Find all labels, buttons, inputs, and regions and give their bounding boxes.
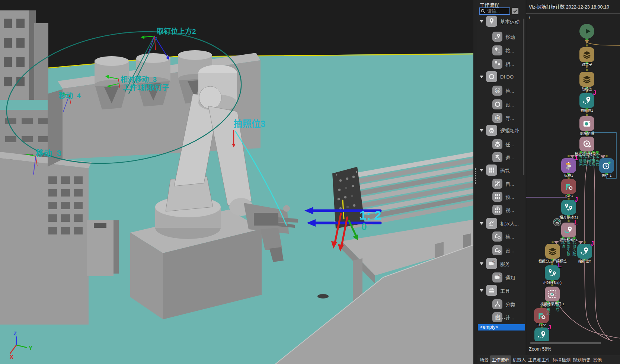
splitter-grip-icon[interactable] <box>497 318 505 319</box>
message-badge-icon <box>486 258 497 269</box>
sidebar-item-vision-pallet[interactable]: 视... <box>477 204 526 215</box>
joint-badge: J <box>591 240 594 247</box>
layers-icon <box>548 246 557 256</box>
robot-icon <box>486 218 497 229</box>
waypoint-label-relative-move-3[interactable]: 相对移动_3 <box>121 75 157 83</box>
node-pick-nail[interactable]: 取钉子 <box>579 47 594 62</box>
sidebar-group-label: DI DO <box>500 74 514 80</box>
search-box[interactable] <box>479 7 510 15</box>
di-gauge-icon <box>492 86 502 96</box>
sidebar-item-task[interactable]: 任... <box>477 138 526 150</box>
sidebar-item-do-set[interactable]: 设... <box>477 99 526 110</box>
waypoint-label-move-4[interactable]: 移动_4 <box>59 92 81 100</box>
sidebar-item-counter[interactable]: 计... <box>477 312 526 323</box>
sidebar-item-classify[interactable]: 分类 <box>477 298 526 310</box>
sidebar-item-custom-pallet[interactable]: 自... <box>477 178 526 189</box>
sidebar-item-label: 自... <box>505 180 514 187</box>
ratio-annotation: 1: 2 <box>359 208 381 222</box>
node-tag-1[interactable]: 1标签1 <box>561 158 576 173</box>
loop-badge-icon[interactable]: DI <box>553 218 562 227</box>
sidebar-group-label: 逻辑拓扑 <box>500 127 520 134</box>
clock-plus-icon <box>602 161 611 170</box>
node-move-j[interactable]: J <box>534 328 549 342</box>
breadcrumb[interactable]: / <box>529 15 530 20</box>
gripper-gear-icon <box>564 182 573 191</box>
waypoint-label-above-pick[interactable]: 取钉位上方2 <box>157 27 196 35</box>
node-relative-move-1[interactable]: J相对移动(1) <box>561 200 576 215</box>
workflow-graph-panel[interactable]: Viz-钢筋打标计数 2022-12-23 18:00:10 / 取钉子 取标签… <box>526 0 620 364</box>
3d-viewport[interactable]: Z Y X 取钉位上方2 相对移动_3 工件1抓取钉子 移动_4 拍照位3 移动… <box>0 0 473 364</box>
graph-footer: Zoom 58% <box>526 341 620 355</box>
message-badge-icon <box>492 272 502 282</box>
edge-label: 无点云 <box>595 154 599 166</box>
tab-workflow[interactable]: 工作流程 <box>490 355 511 364</box>
sidebar-group-label: 工具 <box>500 287 510 294</box>
node-vision-move-1[interactable]: L视觉移动_1 <box>561 223 576 237</box>
sidebar-item-exit[interactable]: 退... <box>477 151 526 163</box>
tab-other[interactable]: 其他 <box>592 355 603 364</box>
filter-checkbox[interactable] <box>512 8 518 14</box>
sidebar-group-di-do[interactable]: DI DO <box>477 71 526 82</box>
edge-label: 未完成 <box>587 154 591 166</box>
tab-planning-history[interactable]: 规划历史 <box>572 355 591 364</box>
node-wait-1[interactable]: 等待 1 <box>599 158 614 173</box>
check-icon <box>512 8 518 14</box>
node-relative-move-2[interactable]: L相对移动(2) <box>545 265 560 280</box>
node-label: 视觉结果用尽 1 <box>540 301 565 306</box>
node-branch-weld-tag[interactable]: 根据分支焊接标签 <box>545 244 560 259</box>
tab-collision-detection[interactable]: 碰撞检测 <box>552 355 571 364</box>
sidebar-group-tools[interactable]: 工具 <box>477 285 526 296</box>
waypoint-label-move-3[interactable]: 移动_3 <box>36 149 61 158</box>
edge-label: 规划失败 <box>566 240 571 256</box>
tab-scene[interactable]: 场景 <box>479 355 489 364</box>
node-photo-pos-2[interactable]: J拍照位2 <box>577 244 592 259</box>
divider-grip-icon[interactable] <box>475 168 476 184</box>
sidebar-item-di-check[interactable]: 检... <box>477 85 526 96</box>
sidebar-item-array-move[interactable]: 按... <box>477 45 526 56</box>
chevron-down-icon[interactable] <box>480 222 483 225</box>
do-ring-icon <box>492 99 502 109</box>
tab-robot[interactable]: 机器人 <box>512 355 527 364</box>
relative-pins-icon <box>564 202 573 212</box>
sidebar-item-preset-pallet[interactable]: 预... <box>477 191 526 202</box>
sidebar-item-robot-config[interactable]: 设... <box>477 245 526 256</box>
tree-scrollbar[interactable] <box>523 19 524 175</box>
horizontal-scrollbar[interactable] <box>530 342 601 344</box>
node-photo-pos-1[interactable]: J拍照位1 <box>579 93 594 108</box>
sidebar-item-di-wait[interactable]: 等... <box>477 112 526 123</box>
chevron-down-icon[interactable] <box>480 76 483 78</box>
node-start[interactable] <box>579 24 594 39</box>
sidebar-item-move[interactable]: 移动 <box>477 31 526 42</box>
sidebar-item-notify[interactable]: 通知 <box>477 272 526 283</box>
tab-tools-workpieces[interactable]: 工具和工件 <box>527 355 551 364</box>
node-label: 相对移动(2) <box>543 280 562 285</box>
sidebar-item-robot-check[interactable]: 检... <box>477 231 526 242</box>
sidebar-group-basic-motion[interactable]: 基本运动 <box>477 16 526 27</box>
edge-label: 未用尽 <box>546 304 550 316</box>
node-tcp-1[interactable]: TCP1 <box>561 179 576 194</box>
chevron-down-icon[interactable] <box>480 289 483 292</box>
location-pin-icon <box>486 16 497 27</box>
chevron-down-icon[interactable] <box>480 169 483 172</box>
search-input[interactable] <box>486 8 510 15</box>
chevron-down-icon[interactable] <box>480 20 483 23</box>
edge-label: 无结果 <box>583 154 587 166</box>
waypoint-label-grab-nail[interactable]: 工件1抓取钉子 <box>123 83 169 92</box>
node-check-vision-result[interactable]: 检查视觉结果 1 <box>579 137 594 151</box>
sidebar-group-palletizing[interactable]: 码垛 <box>477 165 526 176</box>
node-pick-tag[interactable]: 取标签 <box>579 72 594 87</box>
node-rebar-photo[interactable]: 钢筋拍照 <box>579 116 594 131</box>
gripper-gear-icon <box>537 311 546 320</box>
sidebar-group-service[interactable]: 服务 <box>477 258 526 269</box>
bottom-tab-bar: 场景 工作流程 机器人 工具和工件 碰撞检测 规划历史 其他 <box>477 355 620 364</box>
sidebar-group-logic-topology[interactable]: 逻辑拓扑 <box>477 125 526 136</box>
waypoint-label-photo-pos-3[interactable]: 拍照位3 <box>234 119 265 129</box>
pallet-pencil-icon <box>492 179 502 189</box>
header-divider <box>526 13 620 14</box>
chevron-down-icon[interactable] <box>480 129 483 132</box>
chevron-down-icon[interactable] <box>480 262 483 265</box>
sidebar-item-relative-move[interactable]: 相... <box>477 58 526 69</box>
layers-exit-icon <box>492 152 502 162</box>
sidebar-group-robot[interactable]: 机器人... <box>477 218 526 229</box>
node-vision-exhausted[interactable]: 视觉结果用尽 1 <box>545 287 560 301</box>
